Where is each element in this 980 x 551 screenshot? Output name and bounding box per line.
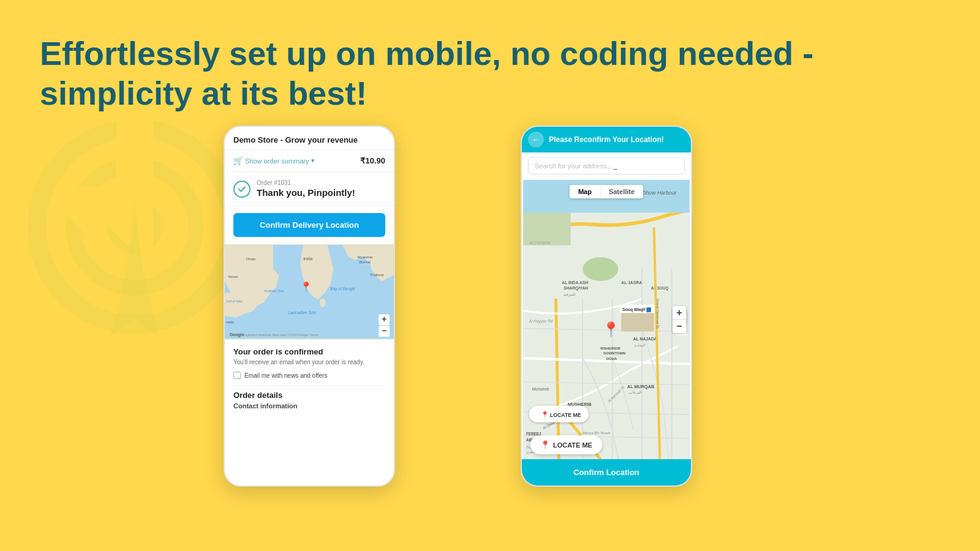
- svg-text:Laccadive Sea: Laccadive Sea: [288, 310, 316, 315]
- order-confirmed-section: Your order is confirmed You'll receive a…: [225, 339, 394, 414]
- svg-text:Thailand: Thailand: [370, 273, 384, 277]
- order-price: ₹10.90: [360, 156, 385, 165]
- svg-text:AL JASRA: AL JASRA: [621, 280, 642, 285]
- contact-info-label: Contact information: [233, 402, 385, 410]
- map-tab[interactable]: Map: [570, 185, 600, 198]
- svg-text:Al Rayyan Rd: Al Rayyan Rd: [529, 319, 553, 324]
- thank-you-text: Thank you, Pinpointly!: [257, 187, 355, 198]
- svg-text:Gulf of Aden: Gulf of Aden: [226, 300, 243, 303]
- svg-text:📍: 📍: [300, 281, 312, 293]
- email-checkbox[interactable]: [233, 372, 241, 379]
- chevron-down-icon: ▾: [311, 157, 315, 165]
- svg-text:الشرقية: الشرقية: [564, 293, 576, 297]
- svg-text:SHARQIYAH: SHARQIYAH: [564, 286, 588, 291]
- svg-text:Bay of Bengal: Bay of Bengal: [331, 287, 355, 291]
- left-phone: Demo Store - Grow your revenue 🛒 Show or…: [224, 126, 395, 487]
- svg-text:MSHEIREIB: MSHEIREIB: [600, 347, 620, 350]
- search-bar-container: Search for your address... _: [522, 152, 691, 180]
- svg-text:📍: 📍: [602, 321, 620, 338]
- map-preview: Laccadive Sea Bay of Bengal Arabian Sea …: [225, 244, 394, 339]
- svg-text:−: −: [382, 326, 386, 335]
- background-logo: [18, 110, 251, 343]
- svg-text:India: India: [303, 257, 312, 261]
- svg-text:النجادة: النجادة: [635, 343, 646, 347]
- svg-text:AL NAJADA: AL NAJADA: [633, 337, 657, 341]
- svg-text:+: +: [382, 315, 386, 324]
- svg-text:المرقاب: المرقاب: [629, 391, 642, 395]
- confirm-location-button[interactable]: Confirm Location: [522, 459, 691, 485]
- svg-text:Yemen: Yemen: [228, 275, 238, 279]
- zoom-out-button[interactable]: −: [673, 320, 686, 333]
- order-summary-row: 🛒 Show order summary ▾ ₹10.90: [225, 150, 394, 172]
- svg-text:Google: Google: [230, 332, 244, 337]
- search-address-input[interactable]: Search for your address... _: [528, 157, 685, 174]
- order-number: Order #1031: [257, 179, 355, 186]
- svg-text:Msheireb: Msheireb: [532, 387, 549, 391]
- zoom-controls: + −: [673, 306, 686, 333]
- thank-you-section: Order #1031 Thank you, Pinpointly!: [225, 172, 394, 206]
- order-summary-link[interactable]: 🛒 Show order summary ▾: [233, 156, 315, 165]
- svg-text:Al Corniche: Al Corniche: [529, 241, 551, 245]
- zoom-in-button[interactable]: +: [673, 306, 686, 320]
- map-type-toggle: Map Satellite: [570, 185, 643, 198]
- svg-text:AL BIDA ASH: AL BIDA ASH: [562, 280, 588, 285]
- right-phone: ← Please Reconfirm Your Location! Search…: [521, 126, 692, 487]
- svg-text:AL MURQAB: AL MURQAB: [627, 384, 654, 389]
- order-details-title: Order details: [233, 385, 385, 400]
- svg-text:DOHA: DOHA: [606, 357, 617, 361]
- svg-text:malia: malia: [226, 320, 234, 324]
- email-checkbox-label: Email me with news and offers: [244, 372, 327, 379]
- store-name: Demo Store - Grow your revenue: [225, 127, 394, 150]
- svg-text:📍: 📍: [541, 411, 549, 419]
- svg-text:AL SOUQ: AL SOUQ: [651, 286, 669, 291]
- svg-text:(Burma): (Burma): [359, 260, 371, 264]
- svg-text:Oman: Oman: [246, 257, 256, 261]
- svg-text:Mousa Bin Nusair: Mousa Bin Nusair: [582, 431, 611, 435]
- svg-text:Grand Hammad St: Grand Hammad St: [656, 299, 660, 329]
- svg-point-4: [320, 299, 326, 307]
- locate-me-label: LOCATE ME: [553, 441, 592, 449]
- svg-text:DOWNTOWN: DOWNTOWN: [603, 351, 625, 355]
- svg-text:Souq Waqif 🟦: Souq Waqif 🟦: [622, 307, 652, 312]
- svg-text:Myanmar: Myanmar: [358, 255, 373, 259]
- right-map-svg: Dhow Harbour AL BIDA ASH SHARQIYAH الشرق…: [522, 180, 691, 459]
- right-header-title: Please Reconfirm Your Location!: [549, 135, 664, 144]
- locate-me-button[interactable]: 📍 LOCATE ME: [530, 435, 602, 454]
- confirm-delivery-button[interactable]: Confirm Delivery Location: [233, 213, 385, 237]
- order-confirmed-subtitle: You'll receive an email when your order …: [233, 359, 385, 365]
- email-checkbox-row: Email me with news and offers: [233, 372, 385, 379]
- svg-text:Arabian Sea: Arabian Sea: [263, 289, 284, 293]
- left-map-svg: Laccadive Sea Bay of Bengal Arabian Sea …: [225, 244, 394, 339]
- svg-text:Dhow Harbour: Dhow Harbour: [642, 190, 677, 196]
- locate-pin-icon: 📍: [540, 440, 550, 449]
- order-confirmed-title: Your order is confirmed: [233, 347, 385, 356]
- map-container: Map Satellite: [522, 180, 691, 459]
- right-phone-header: ← Please Reconfirm Your Location!: [522, 127, 691, 152]
- svg-point-34: [582, 257, 618, 281]
- back-button[interactable]: ←: [528, 132, 544, 148]
- check-circle-icon: [233, 181, 251, 198]
- main-heading: Effortlessly set up on mobile, no coding…: [40, 34, 940, 113]
- satellite-tab[interactable]: Satellite: [600, 185, 643, 198]
- svg-text:Keyboard shortcuts   Map data : Keyboard shortcuts Map data ©2024 Google…: [243, 333, 318, 337]
- svg-text:LOCATE ME: LOCATE ME: [550, 412, 581, 418]
